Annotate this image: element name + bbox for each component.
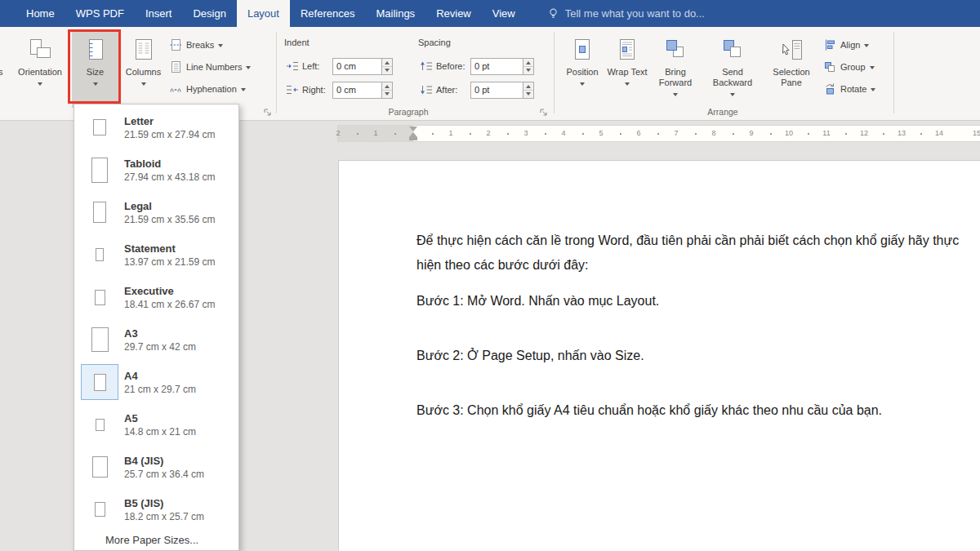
document-page[interactable]: Để thực hiện cách căn lề trong Word, đầu… — [339, 161, 980, 551]
tab-view[interactable]: View — [482, 0, 526, 27]
ruler-number: 9 — [749, 128, 753, 139]
indent-right-field[interactable] — [332, 82, 393, 99]
paper-size-tabloid[interactable]: Tabloid27.94 cm x 43.18 cm — [74, 149, 238, 191]
paper-size-dims: 21.59 cm x 27.94 cm — [124, 128, 215, 141]
indent-right-row: Right: — [286, 81, 393, 99]
spin-up-button[interactable] — [523, 82, 533, 91]
ruler-number: 10 — [785, 128, 793, 139]
spacing-after-input[interactable] — [471, 82, 523, 98]
wrap-text-button[interactable]: Wrap Text — [606, 29, 648, 108]
bring-forward-button[interactable]: Bring Forward — [652, 29, 699, 108]
ruler-number: 11 — [822, 128, 830, 139]
indent-left-input[interactable] — [333, 59, 381, 74]
send-backward-button[interactable]: Send Backward — [702, 29, 763, 108]
ruler-dot — [432, 133, 434, 135]
paper-size-executive[interactable]: Executive18.41 cm x 26.67 cm — [74, 276, 238, 318]
paper-size-dims: 18.41 cm x 26.67 cm — [124, 298, 215, 311]
group-divider — [554, 32, 555, 113]
ruler-dot — [357, 133, 359, 135]
ruler-dot — [620, 133, 621, 135]
group-divider — [893, 32, 894, 113]
paper-size-b5-jis[interactable]: B5 (JIS)18.2 cm x 25.7 cm — [74, 488, 238, 531]
spin-up-button[interactable] — [523, 59, 533, 67]
spin-down-button[interactable] — [523, 91, 533, 98]
ruler-dot — [883, 133, 884, 135]
doc-paragraph[interactable]: Bước 1: Mở Word. Nhấn vào mục Layout. — [416, 289, 980, 313]
paper-size-dims: 13.97 cm x 21.59 cm — [124, 256, 215, 269]
tell-me-box[interactable]: Tell me what you want to do... — [537, 0, 715, 27]
ruler-dot — [920, 133, 922, 135]
paper-size-name: A3 — [124, 327, 196, 340]
tab-home[interactable]: Home — [16, 0, 65, 27]
position-label: Position — [562, 67, 603, 78]
tell-me-label: Tell me what you want to do... — [565, 7, 705, 20]
tab-layout[interactable]: Layout — [237, 0, 290, 27]
more-paper-sizes-item[interactable]: More Paper Sizes... — [74, 531, 238, 551]
spin-down-button[interactable] — [382, 67, 392, 74]
dropdown-caret-icon — [246, 66, 251, 69]
indent-left-field[interactable] — [332, 58, 393, 75]
spin-down-button[interactable] — [382, 91, 392, 98]
align-button[interactable]: Align — [823, 35, 869, 55]
paper-size-a3[interactable]: A329.7 cm x 42 cm — [74, 318, 238, 361]
columns-button[interactable]: Columns — [120, 29, 167, 108]
paper-size-a4[interactable]: A421 cm x 29.7 cm — [74, 361, 238, 403]
selection-pane-button[interactable]: Selection Pane — [766, 29, 817, 108]
paper-icon — [81, 109, 118, 145]
hyphenation-button[interactable]: Hyphenation — [169, 79, 246, 99]
align-icon — [823, 38, 836, 51]
spacing-before-label: Before: — [436, 61, 467, 71]
paper-size-legal[interactable]: Legal21.59 cm x 35.56 cm — [74, 191, 238, 233]
doc-paragraph[interactable]: Để thực hiện cách căn lề trong Word, đầu… — [416, 229, 980, 278]
paper-size-dims: 21.59 cm x 35.56 cm — [124, 213, 215, 226]
dropdown-caret-icon — [871, 88, 875, 91]
line-numbers-label: Line Numbers — [186, 62, 242, 72]
paragraph-dialog-launcher[interactable] — [539, 108, 549, 118]
tab-review[interactable]: Review — [425, 0, 482, 27]
paper-size-a5[interactable]: A514.8 cm x 21 cm — [74, 403, 238, 446]
doc-paragraph[interactable]: Bước 3: Chọn khổ giấy A4 tiêu chuẩn hoặc… — [416, 398, 980, 423]
size-label: Size — [72, 67, 118, 78]
spacing-before-field[interactable] — [470, 58, 534, 75]
spacing-before-input[interactable] — [471, 59, 523, 74]
paper-size-name: Tabloid — [124, 157, 215, 171]
spin-down-button[interactable] — [523, 67, 533, 74]
size-menu: Letter21.59 cm x 27.94 cmTabloid27.94 cm… — [74, 104, 239, 551]
spin-up-button[interactable] — [382, 82, 392, 91]
paper-size-statement[interactable]: Statement13.97 cm x 21.59 cm — [74, 233, 238, 276]
hyphenation-label: Hyphenation — [186, 84, 237, 94]
indent-marker[interactable] — [408, 127, 419, 141]
lightbulb-icon — [547, 7, 559, 20]
tab-wps-pdf[interactable]: WPS PDF — [65, 0, 135, 27]
indent-right-input[interactable] — [333, 82, 381, 98]
paper-size-letter[interactable]: Letter21.59 cm x 27.94 cm — [74, 106, 238, 149]
word-window: HomeWPS PDFInsertDesignLayoutReferencesM… — [0, 0, 980, 551]
orientation-button[interactable]: Orientation — [8, 29, 72, 108]
doc-paragraph[interactable]: Bước 2: Ở Page Setup, nhấn vào Size. — [416, 344, 980, 368]
dropdown-caret-icon — [864, 44, 869, 47]
paper-size-list: Letter21.59 cm x 27.94 cmTabloid27.94 cm… — [74, 106, 238, 531]
paper-size-b4-jis[interactable]: B4 (JIS)25.7 cm x 36.4 cm — [74, 446, 238, 488]
bring-forward-label: Bring Forward — [652, 67, 699, 88]
size-button[interactable]: Size — [72, 29, 118, 108]
paper-size-name: Executive — [124, 284, 215, 298]
rotate-button[interactable]: Rotate — [823, 79, 875, 99]
spacing-after-field[interactable] — [470, 82, 534, 99]
line-numbers-button[interactable]: Line Numbers — [169, 57, 251, 77]
group-button[interactable]: Group — [823, 57, 875, 77]
spacing-after-icon — [420, 83, 433, 96]
paper-size-dims: 21 cm x 29.7 cm — [124, 383, 196, 396]
arrange-group-label: Arrange — [670, 105, 776, 118]
breaks-button[interactable]: Breaks — [169, 35, 223, 55]
tab-references[interactable]: References — [290, 0, 365, 27]
page-setup-dialog-launcher[interactable] — [263, 108, 273, 118]
tab-design[interactable]: Design — [182, 0, 236, 27]
dialog-launcher-icon — [263, 108, 273, 118]
tab-insert[interactable]: Insert — [135, 0, 183, 27]
spin-up-button[interactable] — [382, 59, 392, 67]
position-button[interactable]: Position — [562, 29, 603, 108]
dropdown-caret-icon — [38, 82, 42, 86]
paragraph-group-label: Paragraph — [343, 105, 474, 118]
tab-mailings[interactable]: Mailings — [365, 0, 425, 27]
ruler-dot — [733, 133, 734, 135]
